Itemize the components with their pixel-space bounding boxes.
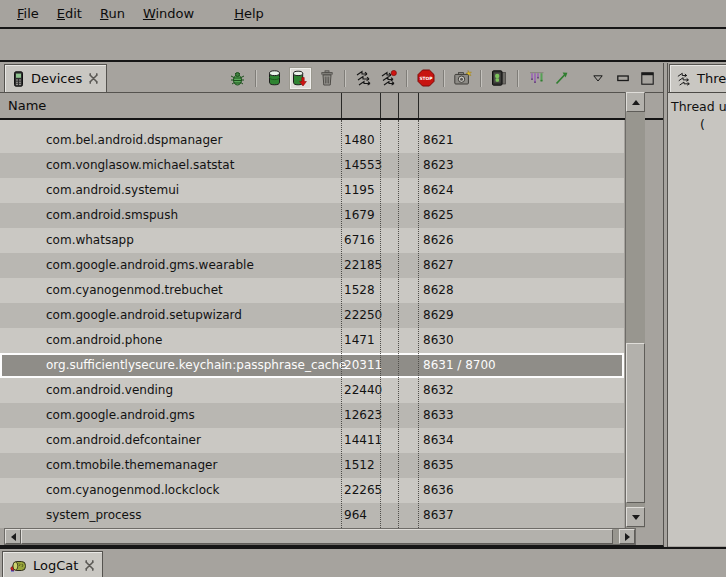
process-pid: 14553 bbox=[344, 153, 382, 178]
screen-record-button[interactable] bbox=[490, 69, 509, 88]
cause-gc-button[interactable] bbox=[317, 69, 336, 88]
stop-process-button[interactable]: STOP bbox=[416, 69, 435, 88]
update-heap-button[interactable] bbox=[265, 69, 284, 88]
maximize-view-button[interactable] bbox=[638, 69, 657, 88]
logcat-icon bbox=[10, 559, 27, 573]
process-port: 8634 bbox=[423, 428, 454, 453]
column-header-name[interactable]: Name bbox=[8, 93, 46, 118]
dump-hprof-button[interactable] bbox=[290, 68, 311, 89]
threads-message-line2: ( bbox=[700, 117, 726, 132]
process-name: org.sufficientlysecure.keychain:passphra… bbox=[46, 355, 346, 376]
vertical-scrollbar[interactable] bbox=[625, 92, 645, 528]
close-icon[interactable] bbox=[84, 560, 95, 571]
column-divider[interactable] bbox=[341, 93, 342, 118]
tab-logcat-label: LogCat bbox=[33, 558, 78, 573]
process-port: 8633 bbox=[423, 403, 454, 428]
menu-help[interactable]: Help bbox=[225, 2, 273, 25]
process-port: 8621 bbox=[423, 128, 454, 153]
table-row[interactable]: com.android.systemui11958624 bbox=[0, 178, 624, 203]
table-row[interactable]: com.whatsapp67168626 bbox=[0, 228, 624, 253]
scroll-right-button[interactable] bbox=[619, 529, 635, 544]
threads-message-line1: Thread up bbox=[671, 99, 726, 114]
table-row[interactable]: com.android.defcontainer144118634 bbox=[0, 428, 624, 453]
menu-window[interactable]: Window bbox=[134, 2, 203, 25]
debug-process-button[interactable] bbox=[228, 69, 247, 88]
start-method-profiling-button[interactable] bbox=[379, 69, 398, 88]
toolbar-separator bbox=[517, 70, 519, 87]
process-port: 8627 bbox=[423, 253, 454, 278]
logcat-panel: LogCat bbox=[0, 547, 726, 577]
tab-threads-label: Threads bbox=[697, 71, 726, 86]
screen-capture-button[interactable] bbox=[453, 69, 472, 88]
process-pid: 1195 bbox=[344, 178, 375, 203]
process-pid: 1528 bbox=[344, 278, 375, 303]
tab-devices-label: Devices bbox=[31, 71, 82, 86]
column-divider[interactable] bbox=[418, 93, 419, 118]
toolbar-separator bbox=[480, 70, 482, 87]
table-row[interactable]: org.sufficientlysecure.keychain:passphra… bbox=[0, 353, 624, 378]
minimize-view-button[interactable] bbox=[613, 69, 632, 88]
process-name: com.android.systemui bbox=[46, 178, 179, 203]
process-pid: 1471 bbox=[344, 328, 375, 353]
threads-red-dot-icon bbox=[381, 70, 397, 86]
menu-file[interactable]: File bbox=[8, 2, 48, 25]
scroll-down-button[interactable] bbox=[626, 507, 645, 527]
menu-edit[interactable]: Edit bbox=[48, 2, 91, 25]
minimize-icon bbox=[617, 75, 629, 82]
process-name: com.android.vending bbox=[46, 378, 173, 403]
vertical-scroll-thumb[interactable] bbox=[626, 343, 645, 503]
table-row[interactable]: com.cyanogenmod.lockclock222658636 bbox=[0, 478, 624, 503]
process-name: com.vonglasow.michael.satstat bbox=[46, 153, 234, 178]
table-row[interactable]: com.google.android.gms126238633 bbox=[0, 403, 624, 428]
table-row[interactable]: com.vonglasow.michael.satstat145538623 bbox=[0, 153, 624, 178]
up-arrow-icon bbox=[632, 100, 640, 105]
phone-icon bbox=[12, 71, 25, 87]
table-row[interactable]: com.cyanogenmod.trebuchet15288628 bbox=[0, 278, 624, 303]
table-row[interactable]: system_process9648637 bbox=[0, 503, 624, 528]
process-pid: 22265 bbox=[344, 478, 382, 503]
horizontal-scroll-thumb[interactable] bbox=[21, 529, 613, 544]
threads-content: Thread up ( bbox=[668, 92, 726, 546]
heap-dump-icon bbox=[292, 70, 309, 87]
column-divider[interactable] bbox=[398, 93, 399, 118]
menu-run[interactable]: Run bbox=[91, 2, 134, 25]
horizontal-scrollbar[interactable] bbox=[4, 528, 636, 545]
toolbar-separator bbox=[443, 70, 445, 87]
table-row[interactable]: com.tmobile.thememanager15128635 bbox=[0, 453, 624, 478]
process-port: 8631 / 8700 bbox=[423, 355, 496, 376]
tab-devices[interactable]: Devices bbox=[4, 64, 107, 92]
profiling-arrow-button[interactable] bbox=[552, 69, 571, 88]
table-row[interactable]: com.google.android.setupwizard222508629 bbox=[0, 303, 624, 328]
process-name: system_process bbox=[46, 503, 142, 528]
column-divider[interactable] bbox=[380, 93, 381, 118]
devices-view: Devices bbox=[0, 63, 664, 547]
table-row[interactable]: com.android.phone14718630 bbox=[0, 328, 624, 353]
view-menu-button[interactable] bbox=[588, 69, 607, 88]
process-name: com.cyanogenmod.lockclock bbox=[46, 478, 220, 503]
scroll-left-button[interactable] bbox=[5, 529, 21, 544]
table-row[interactable]: com.android.smspush16798625 bbox=[0, 203, 624, 228]
process-port: 8626 bbox=[423, 228, 454, 253]
process-port: 8625 bbox=[423, 203, 454, 228]
close-icon[interactable] bbox=[88, 73, 99, 84]
process-name: com.google.android.setupwizard bbox=[46, 303, 242, 328]
update-threads-button[interactable] bbox=[354, 69, 373, 88]
process-port: 8629 bbox=[423, 303, 454, 328]
scroll-up-button[interactable] bbox=[626, 92, 645, 112]
process-pid: 14411 bbox=[344, 428, 382, 453]
process-name: com.google.android.gms bbox=[46, 403, 195, 428]
tab-threads[interactable]: Threads bbox=[669, 64, 726, 92]
table-row[interactable]: com.android.vending224408632 bbox=[0, 378, 624, 403]
bug-icon bbox=[229, 70, 246, 87]
process-pid: 22250 bbox=[344, 303, 382, 328]
process-name: com.android.defcontainer bbox=[46, 428, 201, 453]
table-row[interactable]: com.google.android.gms.wearable221858627 bbox=[0, 253, 624, 278]
process-pid: 1512 bbox=[344, 453, 375, 478]
bars-icon bbox=[529, 71, 545, 85]
start-opengl-trace-button[interactable] bbox=[527, 69, 546, 88]
tab-logcat[interactable]: LogCat bbox=[2, 551, 103, 577]
table-row[interactable]: com.bel.android.dspmanager14808621 bbox=[0, 128, 624, 153]
process-port: 8636 bbox=[423, 478, 454, 503]
table-header[interactable]: Name bbox=[0, 92, 663, 120]
toolbar-separator bbox=[406, 70, 408, 87]
